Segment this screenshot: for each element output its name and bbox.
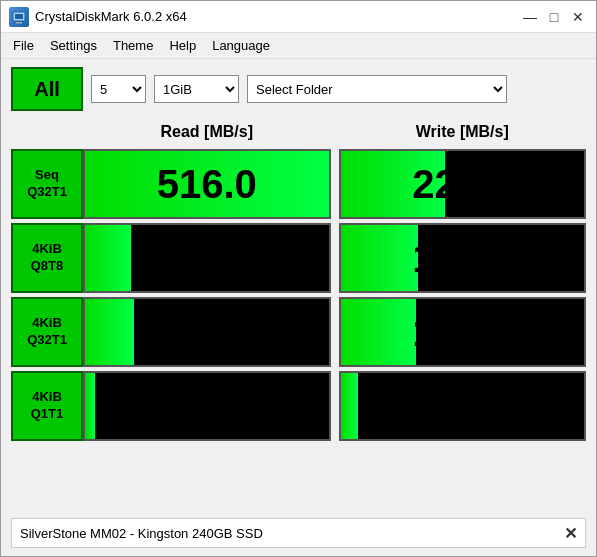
count-select[interactable]: 1 3 5 10 [91, 75, 146, 103]
app-window: CrystalDiskMark 6.0.2 x64 — □ ✕ File Set… [0, 0, 597, 557]
read-bar-q32t1 [85, 299, 134, 365]
col-spacer-1 [331, 149, 339, 219]
read-seq-q32t1: 516.0 [83, 149, 331, 219]
menu-language[interactable]: Language [204, 35, 278, 56]
menu-theme[interactable]: Theme [105, 35, 161, 56]
write-val-q32t1: 162.0 [412, 310, 512, 355]
menu-file[interactable]: File [5, 35, 42, 56]
write-bar-q1t1 [341, 373, 358, 439]
app-icon [9, 7, 29, 27]
read-4kib-q1t1: 22.11 [83, 371, 331, 441]
read-val-q1t1: 22.11 [157, 384, 257, 429]
svg-rect-2 [16, 22, 22, 24]
label-4kib-q32t1: 4KiBQ32T1 [11, 297, 83, 367]
menu-settings[interactable]: Settings [42, 35, 105, 56]
status-text: SilverStone MM02 - Kingston 240GB SSD [20, 526, 263, 541]
read-val-q8t8: 99.64 [157, 236, 257, 281]
size-select[interactable]: 512MiB 1GiB 2GiB 4GiB [154, 75, 239, 103]
label-4kib-q1t1: 4KiBQ1T1 [11, 371, 83, 441]
read-val-q32t1: 101.4 [157, 310, 257, 355]
toolbar: All 1 3 5 10 512MiB 1GiB 2GiB 4GiB Selec… [1, 59, 596, 119]
main-content: Read [MB/s] Write [MB/s] SeqQ32T1 516.0 … [1, 119, 596, 518]
col-spacer-3 [331, 297, 339, 367]
write-bar-q8t8 [341, 225, 419, 291]
write-seq-q32t1: 222.0 [339, 149, 587, 219]
folder-select[interactable]: Select Folder [247, 75, 507, 103]
status-close-button[interactable]: ✕ [564, 524, 577, 543]
col-spacer-2 [331, 223, 339, 293]
write-bar-q32t1 [341, 299, 416, 365]
titlebar-left: CrystalDiskMark 6.0.2 x64 [9, 7, 187, 27]
label-seq-q32t1: SeqQ32T1 [11, 149, 83, 219]
menubar: File Settings Theme Help Language [1, 33, 596, 59]
write-4kib-q8t8: 166.8 [339, 223, 587, 293]
write-val-q8t8: 166.8 [412, 236, 512, 281]
read-bar-q8t8 [85, 225, 131, 291]
svg-rect-1 [15, 14, 23, 19]
read-bar-q1t1 [85, 373, 95, 439]
write-val-q1t1: 37.97 [412, 384, 512, 429]
close-button[interactable]: ✕ [568, 7, 588, 27]
read-val-seq: 516.0 [157, 162, 257, 207]
header-spacer [11, 119, 83, 145]
col-spacer-header [331, 119, 339, 145]
titlebar: CrystalDiskMark 6.0.2 x64 — □ ✕ [1, 1, 596, 33]
read-4kib-q32t1: 101.4 [83, 297, 331, 367]
write-4kib-q1t1: 37.97 [339, 371, 587, 441]
maximize-button[interactable]: □ [544, 7, 564, 27]
minimize-button[interactable]: — [520, 7, 540, 27]
results-grid: Read [MB/s] Write [MB/s] SeqQ32T1 516.0 … [11, 119, 586, 441]
col-spacer-4 [331, 371, 339, 441]
window-title: CrystalDiskMark 6.0.2 x64 [35, 9, 187, 24]
read-header: Read [MB/s] [83, 119, 331, 145]
menu-help[interactable]: Help [161, 35, 204, 56]
all-button[interactable]: All [11, 67, 83, 111]
titlebar-controls: — □ ✕ [520, 7, 588, 27]
write-header: Write [MB/s] [339, 119, 587, 145]
write-4kib-q32t1: 162.0 [339, 297, 587, 367]
label-4kib-q8t8: 4KiBQ8T8 [11, 223, 83, 293]
statusbar: SilverStone MM02 - Kingston 240GB SSD ✕ [11, 518, 586, 548]
write-val-seq: 222.0 [412, 162, 512, 207]
read-4kib-q8t8: 99.64 [83, 223, 331, 293]
